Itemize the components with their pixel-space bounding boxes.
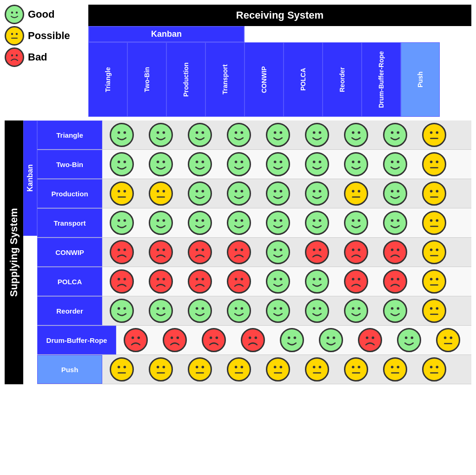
svg-point-47 (202, 190, 205, 193)
svg-point-57 (397, 190, 400, 193)
col-header-conwip: CONWIP (245, 42, 284, 117)
cell-smiley-good (110, 211, 134, 235)
svg-point-84 (235, 248, 238, 251)
cell-smiley-bad (188, 269, 212, 294)
svg-point-132 (132, 336, 134, 339)
cell-smiley-good (227, 152, 251, 176)
svg-point-7 (124, 131, 126, 134)
svg-point-94 (430, 248, 433, 251)
kanban-row-label: Kanban (23, 120, 37, 236)
cell-0-4 (258, 121, 298, 149)
svg-point-131 (436, 307, 439, 310)
svg-point-12 (235, 131, 238, 134)
cell-8-5 (298, 355, 337, 383)
cell-2-5 (298, 180, 337, 207)
col-header-production: Production (166, 42, 205, 117)
svg-point-139 (255, 336, 258, 339)
col-header-reorder: Reorder (323, 42, 362, 117)
cell-5-2 (180, 268, 219, 295)
cell-1-5 (298, 150, 337, 178)
cell-7-2 (194, 326, 233, 354)
cell-6-8 (415, 297, 454, 325)
svg-point-129 (397, 307, 400, 310)
cell-smiley-possible (188, 357, 212, 381)
svg-point-79 (124, 248, 126, 251)
cell-4-3 (219, 238, 258, 266)
svg-point-99 (163, 278, 165, 281)
svg-point-102 (235, 278, 238, 281)
svg-point-66 (235, 219, 238, 222)
svg-point-117 (163, 307, 165, 310)
svg-point-123 (280, 307, 283, 310)
cell-smiley-good (383, 211, 407, 235)
cell-1-3 (219, 150, 258, 178)
svg-point-41 (436, 161, 439, 163)
svg-point-145 (372, 336, 375, 339)
svg-point-1 (16, 12, 18, 13)
cell-smiley-good (149, 123, 173, 147)
cell-smiley-good (344, 152, 368, 176)
svg-point-27 (163, 161, 165, 163)
svg-point-122 (274, 307, 277, 310)
cell-4-0 (102, 238, 141, 266)
svg-point-24 (118, 161, 120, 163)
cell-smiley-good (227, 299, 251, 323)
cell-8-1 (141, 355, 180, 383)
svg-point-140 (288, 336, 291, 339)
svg-point-120 (235, 307, 238, 310)
svg-point-30 (235, 161, 238, 163)
svg-point-20 (391, 131, 394, 134)
cell-smiley-possible (149, 357, 173, 381)
svg-point-152 (157, 366, 159, 368)
row-label-7: Drum-Buffer-Rope (37, 326, 116, 355)
svg-point-134 (171, 336, 173, 339)
cell-smiley-good (319, 328, 343, 352)
svg-point-113 (436, 278, 439, 281)
cell-4-2 (180, 238, 219, 266)
body-area: Supplying System Kanban Triangle (5, 120, 471, 384)
cell-1-6 (337, 150, 376, 178)
cell-smiley-bad (344, 240, 368, 264)
svg-point-25 (124, 161, 126, 163)
svg-point-116 (157, 307, 159, 310)
cell-8-3 (219, 355, 258, 383)
table-row: Transport (37, 208, 471, 238)
bad-label: Bad (28, 51, 47, 63)
cell-smiley-good (188, 211, 212, 235)
cell-smiley-good (344, 211, 368, 235)
cell-smiley-good (110, 299, 134, 323)
cell-smiley-good (305, 211, 329, 235)
svg-point-162 (352, 366, 355, 368)
cell-5-0 (102, 268, 141, 295)
cell-smiley-good (383, 299, 407, 323)
cell-4-7 (376, 238, 415, 266)
svg-point-63 (163, 219, 165, 222)
svg-point-23 (436, 131, 439, 134)
svg-point-13 (241, 131, 244, 134)
cell-smiley-good (188, 299, 212, 323)
svg-point-127 (358, 307, 361, 310)
cell-smiley-good (149, 152, 173, 176)
svg-point-64 (196, 219, 198, 222)
svg-point-31 (241, 161, 244, 163)
cell-smiley-possible (344, 357, 368, 381)
svg-point-11 (202, 131, 205, 134)
cell-7-3 (233, 326, 272, 354)
svg-point-29 (202, 161, 205, 163)
svg-point-111 (397, 278, 400, 281)
svg-point-76 (430, 219, 433, 222)
cell-3-4 (258, 209, 298, 237)
svg-point-77 (436, 219, 439, 222)
possible-smiley (5, 26, 24, 46)
table-row: Drum-Buffer-Rope (37, 326, 471, 355)
cell-5-6 (337, 268, 376, 295)
cell-5-1 (141, 268, 180, 295)
cell-smiley-bad (383, 240, 407, 264)
svg-point-92 (391, 248, 394, 251)
cell-smiley-good (266, 123, 290, 147)
svg-point-151 (124, 366, 126, 368)
svg-point-17 (319, 131, 322, 134)
svg-point-138 (249, 336, 251, 339)
cell-smiley-good (149, 299, 173, 323)
svg-point-50 (274, 190, 277, 193)
